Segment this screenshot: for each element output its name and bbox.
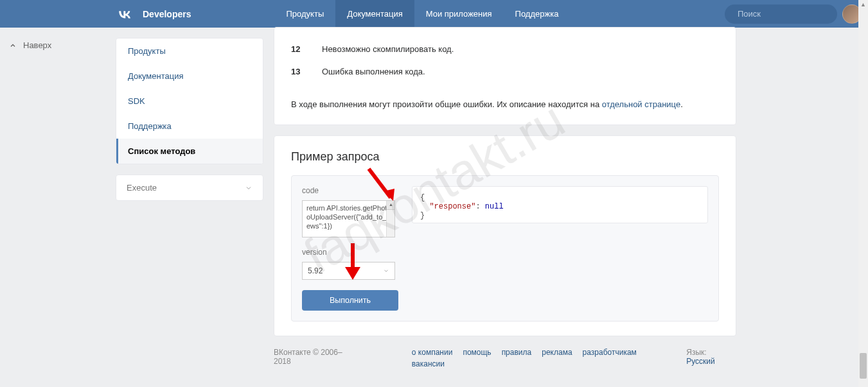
nav-documentation[interactable]: Документация xyxy=(335,0,414,28)
nav-support[interactable]: Поддержка xyxy=(504,0,571,28)
search-input[interactable] xyxy=(738,9,846,19)
error-code: 13 xyxy=(291,67,305,76)
content: 12 Невозможно скомпилировать код. 13 Оши… xyxy=(274,28,736,368)
nav-products[interactable]: Продукты xyxy=(274,0,335,28)
sidebar-item-sdk[interactable]: SDK xyxy=(116,89,263,114)
main-nav: Продукты Документация Мои приложения Под… xyxy=(274,0,570,28)
code-input[interactable]: return API.stories.getPhotoUploadServer(… xyxy=(302,200,395,237)
scroll-top-button[interactable]: Наверх xyxy=(9,40,51,50)
footer-link-help[interactable]: помощь xyxy=(463,348,491,357)
footer: ВКонтакте © 2006–2018 о компании помощь … xyxy=(274,336,736,368)
chevron-down-icon xyxy=(383,268,389,274)
request-body: code return API.stories.getPhotoUploadSe… xyxy=(291,175,719,322)
error-desc: Ошибка выполнения кода. xyxy=(322,67,425,76)
vk-logo-icon[interactable] xyxy=(116,5,134,23)
header-right xyxy=(725,4,862,24)
error-desc: Невозможно скомпилировать код. xyxy=(322,44,454,54)
footer-lang: Язык: Русский xyxy=(686,348,736,366)
sidebar-item-support[interactable]: Поддержка xyxy=(116,114,263,139)
footer-copyright: ВКонтакте © 2006–2018 xyxy=(274,348,358,366)
sidebar: Продукты Документация SDK Поддержка Спис… xyxy=(116,28,263,368)
search-box[interactable] xyxy=(725,4,837,24)
logo-area: Developers xyxy=(116,5,191,23)
chevron-up-icon xyxy=(9,42,17,49)
errors-note-link[interactable]: отдельной странице xyxy=(602,99,680,109)
response-output: { "response": null } xyxy=(412,186,708,223)
sidebar-item-documentation[interactable]: Документация xyxy=(116,64,263,89)
scroll-top-label: Наверх xyxy=(23,40,51,50)
error-row: 12 Невозможно скомпилировать код. xyxy=(291,38,719,60)
execute-button[interactable]: Выполнить xyxy=(302,290,398,311)
footer-links: о компании помощь правила реклама разраб… xyxy=(412,348,675,368)
footer-link-jobs[interactable]: вакансии xyxy=(412,359,445,368)
footer-link-about[interactable]: о компании xyxy=(412,348,453,357)
request-title: Пример запроса xyxy=(291,150,719,164)
main-container: Продукты Документация SDK Поддержка Спис… xyxy=(0,28,868,368)
version-label: version xyxy=(302,248,402,257)
execute-dropdown[interactable]: Execute xyxy=(116,175,263,201)
footer-link-ads[interactable]: реклама xyxy=(542,348,572,357)
page-scrollbar-thumb[interactable] xyxy=(860,353,867,379)
request-block: Пример запроса code return API.stories.g… xyxy=(274,135,736,336)
code-label: code xyxy=(302,186,402,195)
execute-label: Execute xyxy=(127,183,157,193)
version-select[interactable]: 5.92 xyxy=(302,262,395,280)
error-code: 12 xyxy=(291,44,305,54)
sidebar-item-products[interactable]: Продукты xyxy=(116,39,263,64)
sidebar-menu: Продукты Документация SDK Поддержка Спис… xyxy=(116,38,263,164)
page-header: Developers Продукты Документация Мои при… xyxy=(0,0,868,28)
footer-lang-select[interactable]: Русский xyxy=(686,357,715,366)
footer-link-rules[interactable]: правила xyxy=(502,348,532,357)
request-left-col: code return API.stories.getPhotoUploadSe… xyxy=(302,186,402,311)
code-scrollbar[interactable] xyxy=(386,201,394,237)
errors-note: В ходе выполнения могут произойти общие … xyxy=(291,98,719,112)
sidebar-item-methods[interactable]: Список методов xyxy=(116,139,263,164)
nav-my-apps[interactable]: Мои приложения xyxy=(414,0,504,28)
developers-label: Developers xyxy=(143,9,191,19)
footer-link-devs[interactable]: разработчикам xyxy=(583,348,637,357)
chevron-down-icon xyxy=(245,184,252,192)
error-row: 13 Ошибка выполнения кода. xyxy=(291,60,719,83)
page-scrollbar[interactable] xyxy=(858,0,868,387)
errors-block: 12 Невозможно скомпилировать код. 13 Оши… xyxy=(274,27,736,125)
